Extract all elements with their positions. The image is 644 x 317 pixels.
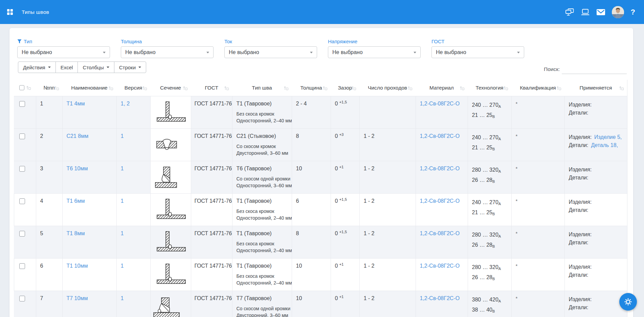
col-header-num[interactable]: №пп xyxy=(36,80,62,96)
sort-icon[interactable] xyxy=(142,86,147,91)
row-name: Т1 6мм xyxy=(62,193,116,226)
row-select-cell xyxy=(14,96,36,128)
col-header-material[interactable]: Материал xyxy=(416,80,468,96)
material-link[interactable]: 1,2-Св-08Г2С-О xyxy=(420,295,460,301)
dual-monitors-icon[interactable] xyxy=(565,8,574,16)
sort-icon[interactable] xyxy=(460,86,465,91)
name-link[interactable]: Т1 10мм xyxy=(67,263,88,269)
col-header-seam[interactable]: Тип шва xyxy=(232,80,292,96)
name-link[interactable]: С21 8мм xyxy=(67,133,89,139)
row-checkbox[interactable] xyxy=(19,296,25,301)
material-link[interactable]: 1,2-Св-08Г2С-О xyxy=(420,263,460,269)
filter-voltage-select[interactable]: Не выбрано xyxy=(328,46,421,58)
table-row: 7 Т7 10мм 1 ГОСТ 14771-76 Т7 (Тавровое) … xyxy=(14,291,627,317)
rows-button[interactable]: Строки xyxy=(114,62,146,73)
top-navbar: Типы швов xyxy=(0,0,644,24)
row-checkbox[interactable] xyxy=(19,231,25,237)
row-name: Т7 10мм xyxy=(62,291,116,317)
row-material: 1,2-Св-08Г2С-О xyxy=(416,193,468,226)
name-link[interactable]: Т1 8мм xyxy=(67,230,85,236)
col-header-name[interactable]: Наименование xyxy=(62,80,116,96)
filter-gost-select[interactable]: Не выбрано xyxy=(431,46,524,58)
material-link[interactable]: 1,2-Св-08Г2С-О xyxy=(420,198,460,204)
version-link[interactable]: 1 xyxy=(121,198,124,204)
col-header-section[interactable]: Сечение xyxy=(150,80,191,96)
col-header-gap[interactable]: Зазор xyxy=(331,80,359,96)
sort-icon[interactable] xyxy=(224,86,229,91)
row-select-cell xyxy=(14,291,36,317)
row-section xyxy=(150,291,191,317)
row-checkbox[interactable] xyxy=(19,133,25,139)
sort-icon[interactable] xyxy=(556,86,561,91)
filter-thickness-select[interactable]: Не выбрано xyxy=(121,46,214,58)
col-header-gost[interactable]: ГОСТ xyxy=(191,80,232,96)
name-link[interactable]: Т6 10мм xyxy=(67,166,88,171)
name-link[interactable]: Т1 4мм xyxy=(67,101,85,106)
col-header-thickness[interactable]: Толщина xyxy=(292,80,331,96)
filter-type: Тип Не выбрано xyxy=(17,38,110,58)
row-checkbox[interactable] xyxy=(19,198,25,204)
laptop-icon[interactable] xyxy=(581,9,590,16)
material-link[interactable]: 1,2-Св-08Г2С-О xyxy=(420,133,460,139)
excel-button[interactable]: Excel xyxy=(55,62,78,73)
table-row: 2 С21 8мм 1 ГОСТ 14771-76 С21 (Стыковое)… xyxy=(14,128,627,161)
sort-icon[interactable] xyxy=(284,86,289,91)
sort-icon[interactable] xyxy=(351,86,356,91)
row-select-cell xyxy=(14,128,36,161)
part-link[interactable]: Деталь 18, xyxy=(591,142,618,148)
sort-icon[interactable] xyxy=(323,86,328,91)
material-link[interactable]: 1,2-Св-08Г2С-О xyxy=(420,101,460,106)
search-input[interactable] xyxy=(562,64,627,74)
filter-type-select[interactable]: Не выбрано xyxy=(17,46,110,58)
row-gap: 0+1,5 xyxy=(331,193,359,226)
version-link[interactable]: 1 xyxy=(121,133,124,139)
sort-icon[interactable] xyxy=(26,85,31,90)
sort-icon[interactable] xyxy=(108,86,113,91)
row-passes: 1 - 2 xyxy=(359,226,416,258)
version-link[interactable]: 1 xyxy=(121,295,124,301)
settings-fab[interactable] xyxy=(619,293,637,311)
columns-button[interactable]: Столбцы xyxy=(77,62,114,73)
material-link[interactable]: 1,2-Св-08Г2С-О xyxy=(420,166,460,171)
sort-icon[interactable] xyxy=(183,86,188,91)
sort-icon[interactable] xyxy=(54,86,59,91)
row-gost: ГОСТ 14771-76 xyxy=(191,161,232,193)
version-link[interactable]: 1 xyxy=(121,263,124,269)
row-checkbox[interactable] xyxy=(19,263,25,269)
row-seam: Т1 (Тавровое) Без скоса кромок Односторо… xyxy=(232,258,292,291)
sort-icon[interactable] xyxy=(503,86,508,91)
row-technology: 380 … 420А 38 … 40В xyxy=(468,291,511,317)
row-num: 5 xyxy=(36,226,62,258)
filter-gost: ГОСТ Не выбрано xyxy=(431,38,524,58)
col-header-passes[interactable]: Число проходов xyxy=(359,80,416,96)
row-technology: 240 … 270А 21 … 25В xyxy=(468,193,511,226)
row-qualification: * xyxy=(511,96,564,128)
user-avatar[interactable] xyxy=(612,6,624,18)
help-icon[interactable]: ? xyxy=(631,8,635,17)
name-link[interactable]: Т1 6мм xyxy=(67,198,85,204)
version-link[interactable]: 1 xyxy=(121,230,124,236)
col-header-applies[interactable]: Применяется xyxy=(564,80,627,96)
row-section xyxy=(150,226,191,258)
chevron-down-icon xyxy=(310,52,313,53)
row-applies: Изделия: Детали: xyxy=(564,193,627,226)
product-link[interactable]: Изделие 5, xyxy=(594,134,622,140)
col-header-qualification[interactable]: Квалификация xyxy=(511,80,564,96)
col-header-version[interactable]: Версия xyxy=(116,80,150,96)
actions-button[interactable]: Действия xyxy=(18,62,56,73)
version-link[interactable]: 1 xyxy=(121,166,124,171)
apps-grid-icon[interactable] xyxy=(7,9,13,15)
sort-icon[interactable] xyxy=(407,86,413,91)
filter-current-select[interactable]: Не выбрано xyxy=(224,46,317,58)
name-link[interactable]: Т7 10мм xyxy=(67,295,88,301)
row-checkbox[interactable] xyxy=(19,166,25,172)
row-checkbox[interactable] xyxy=(19,101,25,107)
row-thickness: 10 xyxy=(292,258,331,291)
row-applies: Изделия: Детали: xyxy=(564,96,627,128)
mail-icon[interactable] xyxy=(597,9,605,15)
material-link[interactable]: 1,2-Св-08Г2С-О xyxy=(420,230,460,236)
select-all-checkbox[interactable] xyxy=(19,85,24,90)
version-link[interactable]: 1, 2 xyxy=(121,101,130,106)
sort-icon[interactable] xyxy=(619,86,624,91)
col-header-technology[interactable]: Технология xyxy=(468,80,511,96)
